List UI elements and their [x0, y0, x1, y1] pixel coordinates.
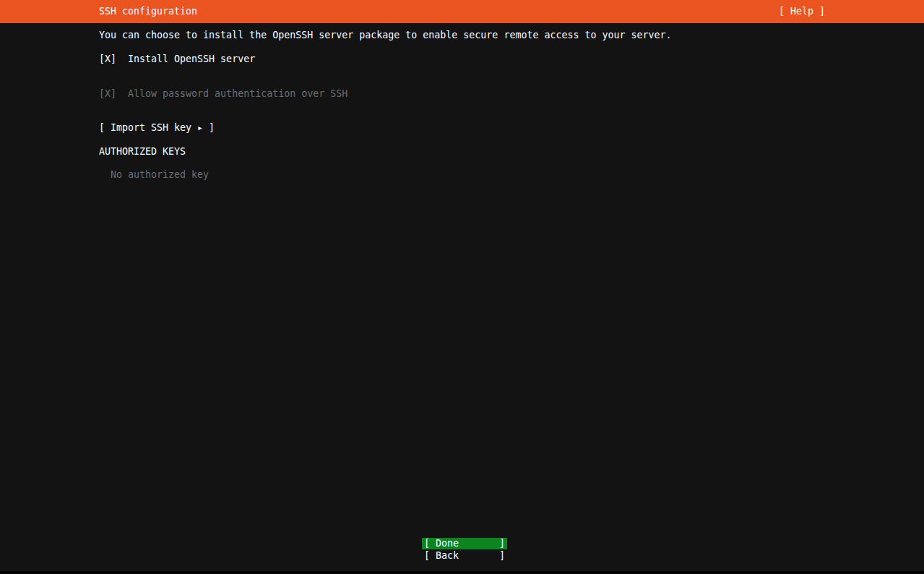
page-title: SSH configuration [99, 6, 197, 17]
app-background [0, 0, 924, 571]
checkbox-checked-mark: [X] [99, 88, 116, 100]
back-button[interactable]: [ Back ] [422, 550, 507, 562]
install-openssh-checkbox[interactable]: [X] Install OpenSSH server [99, 53, 255, 65]
import-ssh-key-button[interactable]: [ Import SSH key ▸ ] [99, 122, 215, 134]
allow-password-auth-label: Allow password authentication over SSH [128, 88, 347, 100]
installer-screen: SSH configuration [ Help ] You can choos… [0, 0, 924, 574]
footer-buttons: [ Done ] [ Back ] [422, 538, 507, 562]
authorized-keys-heading: AUTHORIZED KEYS [99, 146, 186, 158]
header-bar: SSH configuration [ Help ] [0, 0, 924, 23]
done-button[interactable]: [ Done ] [422, 538, 507, 549]
install-openssh-label: Install OpenSSH server [128, 53, 255, 65]
allow-password-auth-checkbox: [X] Allow password authentication over S… [99, 88, 347, 100]
checkbox-checked-mark: [X] [99, 53, 116, 65]
intro-text: You can choose to install the OpenSSH se… [99, 30, 672, 41]
no-authorized-key-text: No authorized key [111, 169, 209, 181]
help-button[interactable]: [ Help ] [779, 6, 825, 17]
